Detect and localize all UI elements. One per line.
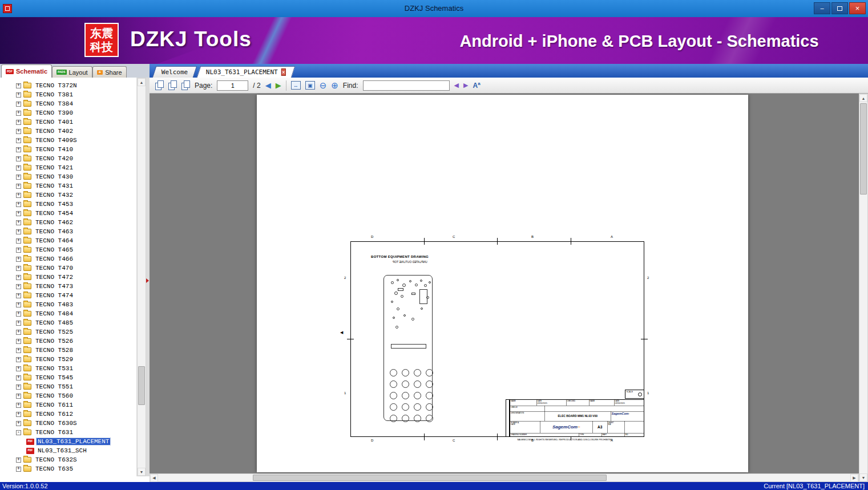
maximize-button[interactable] — [831, 2, 848, 14]
splitter-collapse-arrow[interactable] — [146, 278, 149, 283]
expand-icon[interactable] — [16, 184, 21, 189]
expand-icon[interactable] — [16, 403, 21, 408]
expand-icon[interactable] — [16, 348, 21, 353]
tree-item[interactable]: TECNO T631 — [0, 428, 136, 437]
viewer-horizontal-scrollbar[interactable]: ◀ ▶ — [150, 473, 859, 482]
expand-icon[interactable] — [16, 175, 21, 180]
font-size-icon[interactable]: Aa — [473, 81, 480, 90]
tree-item[interactable]: TECNO T431 — [0, 181, 136, 191]
fit-width-icon[interactable]: ↔ — [291, 81, 301, 90]
expand-icon[interactable] — [16, 293, 21, 298]
tree-item[interactable]: TECNO T531 — [0, 364, 136, 373]
tree-item[interactable]: TECNO T372N — [0, 81, 136, 90]
expand-icon[interactable] — [16, 220, 21, 225]
scroll-up-icon[interactable]: ▲ — [859, 94, 867, 102]
viewer-hscroll-thumb[interactable] — [253, 475, 607, 481]
expand-icon[interactable] — [16, 275, 21, 280]
expand-icon[interactable] — [16, 238, 21, 244]
expand-icon[interactable] — [16, 165, 21, 171]
tree-item[interactable]: TECNO T466 — [0, 254, 136, 264]
tree-item[interactable]: TECNO T420 — [0, 154, 136, 163]
find-next-icon[interactable]: ▶ — [463, 82, 468, 89]
expand-icon[interactable] — [16, 156, 21, 161]
find-previous-icon[interactable]: ◀ — [454, 82, 459, 89]
expand-icon[interactable] — [16, 211, 21, 216]
expand-icon[interactable] — [16, 92, 21, 98]
expand-icon[interactable] — [16, 229, 21, 234]
sidebar-scrollbar[interactable]: ▲ ▼ — [137, 78, 146, 476]
expand-icon[interactable] — [16, 102, 21, 107]
tree-item[interactable]: TECNO T545 — [0, 373, 136, 382]
tree-item[interactable]: TECNO T484 — [0, 309, 136, 318]
expand-icon[interactable] — [16, 384, 21, 390]
expand-icon[interactable] — [16, 266, 21, 271]
tree-item[interactable]: TECNO T402 — [0, 127, 136, 136]
scroll-down-icon[interactable]: ▼ — [859, 473, 867, 481]
tree-item[interactable]: TECNO T612 — [0, 410, 136, 419]
multi-page-view-icon[interactable] — [168, 80, 177, 90]
tree-item[interactable]: TECNO T472 — [0, 273, 136, 282]
expand-icon[interactable] — [16, 257, 21, 262]
expand-icon[interactable] — [16, 457, 21, 463]
expand-icon[interactable] — [16, 111, 21, 116]
tree-item[interactable]: TECNO T430 — [0, 172, 136, 181]
tree-item[interactable]: TECNO T454 — [0, 209, 136, 218]
close-button[interactable]: × — [849, 2, 866, 14]
expand-icon[interactable] — [16, 375, 21, 380]
expand-icon[interactable] — [16, 202, 21, 207]
expand-icon[interactable] — [16, 394, 21, 399]
viewer-vscroll-thumb[interactable] — [860, 103, 867, 195]
tab-share[interactable]: + Share — [92, 66, 127, 78]
tree-item[interactable]: TECNO T465 — [0, 245, 136, 254]
viewer-vertical-scrollbar[interactable]: ▲ ▼ — [859, 94, 868, 482]
tree-item[interactable]: TECNO T470 — [0, 264, 136, 273]
next-page-icon[interactable]: ▶ — [276, 81, 281, 90]
tree-item[interactable]: TECNO T526 — [0, 337, 136, 346]
pdf-viewer[interactable]: D C B A D C B A 2 1 2 1 ◀ BOTTOM EQUIPME… — [150, 94, 859, 473]
tree-item[interactable]: TECNO T463 — [0, 227, 136, 236]
tree-item[interactable]: TECNO T432 — [0, 191, 136, 200]
expand-icon[interactable] — [16, 357, 21, 362]
tree-item[interactable]: TECNO T525 — [0, 327, 136, 337]
tree-item[interactable]: TECNO T630S — [0, 419, 136, 428]
scroll-left-icon[interactable]: ◀ — [150, 474, 158, 482]
tab-schematic[interactable]: PDF Schematic — [1, 64, 52, 78]
tree-item[interactable]: NL03_T631_PLACEMENT — [0, 437, 136, 446]
tree-item[interactable]: TECNO T528 — [0, 346, 136, 355]
zoom-in-icon[interactable]: ⊕ — [331, 81, 338, 90]
close-tab-icon[interactable]: × — [281, 68, 286, 76]
copy-page-icon[interactable] — [155, 80, 164, 90]
tree-item[interactable]: TECNO T462 — [0, 218, 136, 227]
expand-icon[interactable] — [16, 421, 21, 426]
previous-page-icon[interactable]: ◀ — [265, 81, 271, 90]
tree-item[interactable]: TECNO T635 — [0, 464, 136, 473]
expand-icon[interactable] — [16, 129, 21, 134]
fit-page-icon[interactable]: ▣ — [305, 81, 315, 90]
tree-item[interactable]: TECNO T409S — [0, 136, 136, 145]
tree-item[interactable]: TECNO T421 — [0, 163, 136, 172]
tree-item[interactable]: TECNO T632S — [0, 455, 136, 464]
scroll-up-icon[interactable]: ▲ — [138, 78, 146, 86]
tree-item[interactable]: TECNO T453 — [0, 200, 136, 209]
expand-icon[interactable] — [16, 138, 21, 143]
tree-item[interactable]: TECNO T464 — [0, 236, 136, 245]
tree-item[interactable]: TECNO T473 — [0, 282, 136, 291]
tree-item[interactable]: TECNO T390 — [0, 108, 136, 118]
expand-icon[interactable] — [16, 467, 21, 472]
scroll-down-icon[interactable]: ▼ — [138, 468, 146, 476]
expand-icon[interactable] — [16, 412, 21, 417]
expand-icon[interactable] — [16, 302, 21, 307]
tree-item[interactable]: NL03_T631_SCH — [0, 446, 136, 455]
tree-item[interactable]: TECNO T485 — [0, 318, 136, 327]
expand-icon[interactable] — [16, 147, 21, 152]
tree-item[interactable]: TECNO T410 — [0, 145, 136, 154]
tree-item[interactable]: TECNO T474 — [0, 291, 136, 300]
tree-item[interactable]: TECNO T381 — [0, 90, 136, 99]
snapshot-icon[interactable] — [181, 80, 190, 90]
expand-icon[interactable] — [16, 248, 21, 253]
tree-item[interactable]: TECNO T551 — [0, 382, 136, 391]
find-input[interactable] — [363, 80, 450, 91]
tree-item[interactable]: TECNO T611 — [0, 400, 136, 410]
expand-icon[interactable] — [16, 330, 21, 335]
tree-item[interactable]: TECNO T529 — [0, 355, 136, 364]
